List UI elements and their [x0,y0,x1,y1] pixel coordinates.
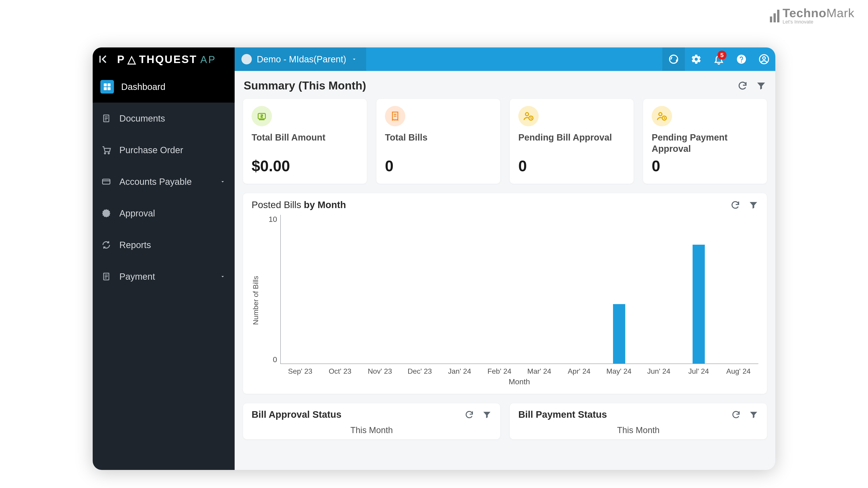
chart-x-tick: Dec' 23 [400,367,440,376]
refresh-icon [465,410,474,419]
chart-x-tick: Feb' 24 [479,367,519,376]
document-icon [100,271,112,283]
watermark-name: Techno [782,6,827,20]
app-shell: P△THQUEST AP DashboardDocumentsPurchase … [93,47,775,470]
gear-icon [691,54,702,65]
receipt-icon [385,106,405,126]
refresh-icon [731,410,741,419]
cart-icon [100,144,112,156]
sidebar-item-dashboard[interactable]: Dashboard [93,71,235,103]
topbar-actions: 5 [662,47,775,71]
sidebar-item-label: Payment [119,271,155,282]
chart-bar-slot [719,215,758,363]
help-button[interactable] [730,47,753,71]
chart-bar-slot [281,215,320,363]
sidebar-item-purchase-order[interactable]: Purchase Order [93,134,235,166]
summary-card-label: Total Bill Amount [252,132,358,154]
sidebar-item-approval[interactable]: Approval [93,197,235,229]
status-panel-title: Bill Payment Status [518,409,607,420]
status-panel: Bill Payment StatusThis Month [509,403,767,440]
chart-x-tick: Oct' 23 [320,367,360,376]
status-panel-period: This Month [252,425,492,435]
chart-plot-area [280,215,758,364]
settings-button[interactable] [685,47,708,71]
sidebar-item-accounts-payable[interactable]: Accounts Payable [93,166,235,197]
money-icon [252,106,272,126]
chart-bar-slot [639,215,679,363]
summary-card[interactable]: Pending Bill Approval0 [509,98,634,184]
summary-title: Summary (This Month) [244,79,366,92]
summary-card-value: $0.00 [252,157,358,175]
card-icon [100,176,112,188]
summary-refresh-button[interactable] [737,80,748,91]
sidebar-item-label: Dashboard [121,82,165,92]
status-panel-title: Bill Approval Status [252,409,342,420]
summary-card[interactable]: Total Bills0 [376,98,500,184]
chart-x-tick: Jun' 24 [639,367,679,376]
chart-bar-slot [520,215,559,363]
watermark: TechnoMark Let's Innovate [770,7,855,24]
summary-header: Summary (This Month) [244,79,766,92]
sidebar-item-payment[interactable]: Payment [93,261,235,292]
account-button[interactable] [753,47,775,71]
sync-button[interactable] [662,47,685,71]
chart-y-ticks: 100 [262,215,280,364]
filter-icon [482,410,492,419]
status-refresh-button[interactable] [465,410,474,419]
svg-point-6 [108,153,110,154]
posted-bills-filter-button[interactable] [748,200,758,210]
svg-rect-0 [104,84,107,86]
watermark-name-light: Mark [827,6,855,20]
sidebar-item-label: Documents [119,113,165,124]
person-clock-icon [518,106,539,126]
posted-bills-refresh-button[interactable] [730,200,740,210]
watermark-bars-icon [770,9,779,22]
filter-icon [749,410,758,419]
org-switcher[interactable]: Demo - MIdas(Parent) [235,47,366,71]
sidebar-item-reports[interactable]: Reports [93,229,235,261]
chart-x-tick: May' 24 [599,367,639,376]
chart-bar[interactable] [613,304,625,363]
watermark-tagline: Let's Innovate [782,20,855,24]
svg-rect-2 [104,87,107,90]
status-filter-button[interactable] [749,410,758,419]
brand-logo: P△THQUEST AP [117,53,216,66]
chart-x-label: Month [280,377,758,386]
sync-icon [668,54,679,65]
posted-bills-chart: Number of Bills 100 Sep' 23Oct' 23Nov' 2… [252,215,758,386]
chart-y-tick: 0 [273,355,277,364]
posted-bills-title: Posted Bills by Month [252,199,346,210]
sidebar-item-documents[interactable]: Documents [93,103,235,134]
chart-x-tick: Nov' 23 [360,367,400,376]
status-filter-button[interactable] [482,410,492,419]
sidebar-item-label: Reports [119,240,151,250]
svg-rect-1 [107,84,111,86]
notification-badge: 5 [717,51,726,60]
chart-bar-slot [559,215,599,363]
back-arrow-icon[interactable] [98,53,110,65]
posted-bills-title-prefix: Posted Bills [252,199,304,210]
chart-bar-slot [480,215,520,363]
filter-icon [748,200,758,210]
summary-card[interactable]: Pending Payment Approval0 [643,98,767,184]
chart-bar[interactable] [692,245,705,363]
status-panel: Bill Approval StatusThis Month [243,403,500,440]
notifications-button[interactable]: 5 [708,47,730,71]
person-clock-icon [652,106,672,126]
chart-bar-slot [679,215,719,363]
chevron-down-icon [220,179,225,185]
org-name: Demo - MIdas(Parent) [257,54,346,64]
user-circle-icon [758,54,770,65]
summary-card-value: 0 [385,157,492,175]
sidebar-item-label: Accounts Payable [119,177,192,187]
svg-point-12 [763,57,765,59]
summary-filter-button[interactable] [756,80,766,91]
caret-down-icon [351,56,357,62]
chevron-down-icon [220,273,225,280]
status-refresh-button[interactable] [731,410,741,419]
sidebar: P△THQUEST AP DashboardDocumentsPurchase … [93,47,235,470]
summary-card-label: Pending Payment Approval [652,132,758,154]
chart-x-tick: Mar' 24 [520,367,559,376]
chart-x-tick: Apr' 24 [559,367,599,376]
summary-card[interactable]: Total Bill Amount$0.00 [243,98,367,184]
